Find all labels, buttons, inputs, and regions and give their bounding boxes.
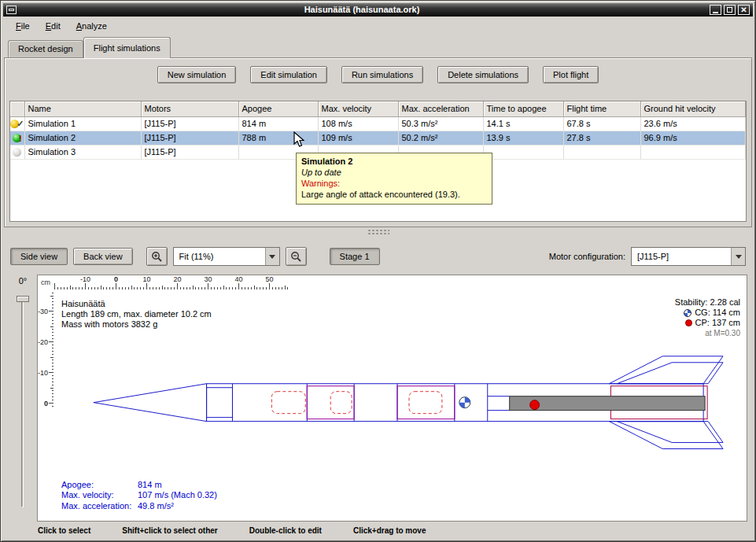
flight-stats-block: Apogee:814 mMax. velocity:107 m/s (Mach … <box>61 480 217 512</box>
cp-value: CP: 137 cm <box>695 318 740 328</box>
window-menu-icon[interactable] <box>6 6 17 14</box>
rotation-slider[interactable] <box>21 300 24 507</box>
cp-marker-icon <box>530 400 540 410</box>
svg-text:-10: -10 <box>80 275 90 283</box>
menu-edit[interactable]: Edit <box>39 19 68 33</box>
streamer <box>330 392 352 414</box>
svg-text:40: 40 <box>234 275 242 283</box>
new-simulation-button[interactable]: New simulation <box>157 66 237 83</box>
rotation-slider-handle[interactable] <box>17 296 29 302</box>
cell-motors: [J115-P] <box>141 131 238 145</box>
column-header-flight-time[interactable]: Flight time <box>563 101 640 116</box>
simulation-toolbar: New simulationEdit simulationRun simulat… <box>5 66 751 83</box>
cell-time-to-apogee: 13.9 s <box>483 131 563 145</box>
tab-flight-simulations[interactable]: Flight simulations <box>83 37 171 58</box>
motor-configuration-select[interactable]: [J115-P] <box>631 247 746 266</box>
column-header-name[interactable]: Name <box>24 101 141 116</box>
stability-block: Stability: 2.28 cal CG: 114 cm CP: 137 c… <box>675 297 740 338</box>
rotation-angle-label: 0° <box>9 276 37 286</box>
check-icon: ✓ <box>17 119 24 128</box>
column-header-ground-hit-velocity[interactable]: Ground hit velocity <box>640 101 746 116</box>
svg-text:-30: -30 <box>38 308 48 315</box>
rocket-mass: Mass with motors 3832 g <box>61 319 212 330</box>
titlebar[interactable]: Haisunäätä (haisunaata.ork) ✕ <box>3 3 753 17</box>
status-cell: ! <box>10 131 24 145</box>
zoom-select[interactable]: Fit (11%) <box>173 247 280 266</box>
stability-value: Stability: 2.28 cal <box>675 297 740 308</box>
rocket-name: Haisunäätä <box>61 299 212 309</box>
status-cell: ✓ <box>10 116 24 131</box>
menu-analyze[interactable]: Analyze <box>69 19 114 33</box>
cell-max-velocity: 109 m/s <box>318 131 398 145</box>
stage-1-toggle[interactable]: Stage 1 <box>330 248 380 265</box>
column-header-max-velocity[interactable]: Max. velocity <box>318 101 398 116</box>
cell-max-acceleration: 50.2 m/s² <box>398 131 483 145</box>
side-view-button[interactable]: Side view <box>10 248 68 265</box>
hint-click-to-select: Click to select <box>38 526 90 535</box>
menu-bar: FileEditAnalyze <box>3 17 753 35</box>
tab-strip: Rocket designFlight simulations <box>8 37 171 58</box>
cell-name: Simulation 1 <box>24 116 141 131</box>
cell-name: Simulation 2 <box>24 131 141 145</box>
gray-status-icon <box>13 148 21 157</box>
view-controls: Side view Back view Fit (11%) Stage 1 Mo… <box>4 238 752 275</box>
back-view-button[interactable]: Back view <box>73 248 133 265</box>
divider-grip-icon <box>367 229 389 235</box>
rocket-view-area: 0° cm -1001020304050 -30-20-100 <box>9 275 747 522</box>
delete-simulations-button[interactable]: Delete simulations <box>437 66 529 83</box>
svg-text:30: 30 <box>204 275 212 283</box>
flight-stat: Max. acceleration:49.8 m/s² <box>61 501 217 512</box>
table-row[interactable]: !Simulation 2[J115-P]788 m109 m/s50.2 m/… <box>10 131 746 145</box>
tooltip-title: Simulation 2 <box>301 156 487 167</box>
column-header-motors[interactable]: Motors <box>141 101 238 116</box>
cell-ground-hit-velocity: 96.9 m/s <box>640 131 746 145</box>
vertical-ruler: -30-20-100 <box>38 289 53 407</box>
hint-shift-click-to-select-other: Shift+click to select other <box>122 526 217 535</box>
rocket-dimensions: Length 189 cm, max. diameter 10.2 cm <box>61 309 212 319</box>
chevron-down-icon[interactable] <box>265 248 279 265</box>
horizontal-ruler: -1001020304050 <box>53 275 289 289</box>
edit-simulation-button[interactable]: Edit simulation <box>250 66 327 83</box>
svg-text:10: 10 <box>142 275 150 283</box>
cell-flight-time: 27.8 s <box>563 131 640 145</box>
svg-text:-20: -20 <box>38 338 48 346</box>
rocket-canvas[interactable]: Haisunäätä Length 189 cm, max. diameter … <box>53 289 747 521</box>
mach-note: at M=0.30 <box>705 328 740 338</box>
svg-text:-10: -10 <box>38 369 48 377</box>
svg-text:50: 50 <box>265 275 273 283</box>
magnifier-plus-icon <box>151 251 163 263</box>
svg-text:0: 0 <box>44 400 48 407</box>
zoom-in-button[interactable] <box>146 247 168 266</box>
nose-cone <box>94 384 207 422</box>
cell-motors: [J115-P] <box>141 116 238 131</box>
flight-stat: Max. velocity:107 m/s (Mach 0.32) <box>61 490 217 501</box>
column-header-time-to-apogee[interactable]: Time to apogee <box>483 101 563 116</box>
maximize-button[interactable] <box>724 5 736 15</box>
minimize-button[interactable] <box>710 5 721 15</box>
chevron-down-icon[interactable] <box>731 248 745 265</box>
fin-bottom <box>609 422 723 449</box>
cell-apogee: 814 m <box>238 116 318 131</box>
tooltip-status: Up to date <box>301 167 487 178</box>
close-button[interactable]: ✕ <box>738 5 750 15</box>
rotation-gutter: 0° <box>9 275 37 522</box>
application-window: Haisunäätä (haisunaata.ork) ✕ FileEditAn… <box>0 0 756 542</box>
flight-stat: Apogee:814 m <box>61 480 217 491</box>
column-header-apogee[interactable]: Apogee <box>238 101 318 116</box>
zoom-out-button[interactable] <box>286 247 307 266</box>
column-header-max-acceleration[interactable]: Max. acceleration <box>398 101 483 116</box>
plot-flight-button[interactable]: Plot flight <box>543 66 599 83</box>
menu-file[interactable]: File <box>9 19 37 33</box>
table-row[interactable]: ✓Simulation 1[J115-P]814 m108 m/s50.3 m/… <box>10 116 746 131</box>
cell-motors: [J115-P] <box>141 145 238 159</box>
cell-flight-time: 67.8 s <box>563 116 640 131</box>
cp-icon <box>685 319 692 326</box>
split-divider[interactable] <box>4 227 752 237</box>
tab-rocket-design[interactable]: Rocket design <box>8 40 83 57</box>
run-simulations-button[interactable]: Run simulations <box>341 66 423 83</box>
column-header-status[interactable] <box>10 101 24 116</box>
zoom-select-value: Fit (11%) <box>174 248 265 265</box>
svg-text:0: 0 <box>114 275 118 283</box>
cell-apogee: 788 m <box>238 131 318 145</box>
cg-value: CG: 114 cm <box>695 308 740 318</box>
